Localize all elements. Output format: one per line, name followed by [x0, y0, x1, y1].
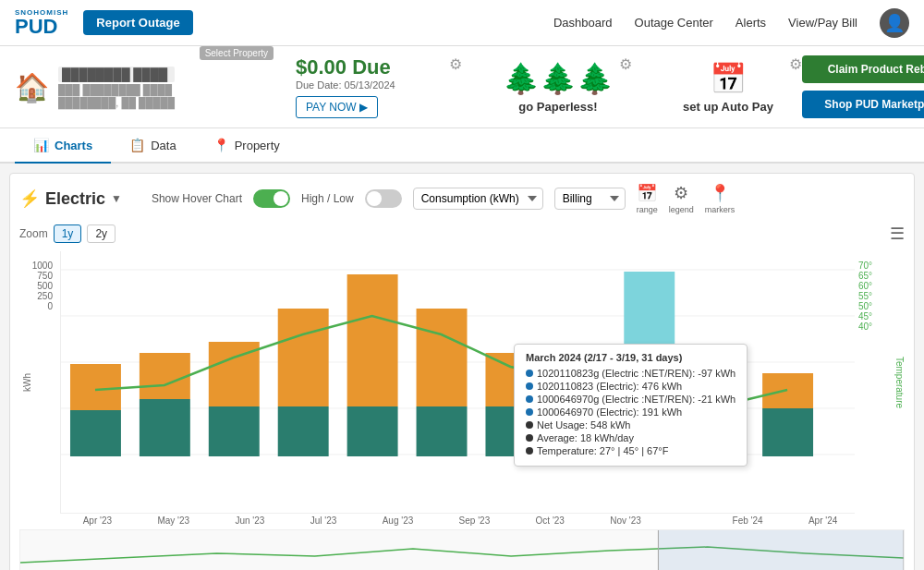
tabs: 📊 Charts 📋 Data 📍 Property	[0, 128, 924, 164]
paperless-gear-icon[interactable]: ⚙	[619, 55, 632, 73]
tooltip: March 2024 (2/17 - 3/19, 31 days) 102011…	[514, 344, 748, 467]
svg-rect-14	[417, 309, 468, 406]
high-low-toggle[interactable]	[365, 189, 402, 208]
select-property-badge[interactable]: Select Property	[200, 46, 274, 60]
y-right-60: 60°	[858, 281, 872, 291]
nav-dashboard[interactable]: Dashboard	[553, 16, 613, 30]
show-hover-chart-label: Show Hover Chart	[152, 192, 242, 205]
tooltip-text-6: Average: 18 kWh/day	[537, 432, 634, 443]
tooltip-row-4: 1000646970 (Electric): 191 kWh	[526, 406, 736, 418]
electric-dropdown-arrow[interactable]: ▼	[111, 192, 122, 205]
nav-links: Dashboard Outage Center Alerts View/Pay …	[553, 8, 909, 38]
pay-now-button[interactable]: PAY NOW ▶	[296, 96, 378, 118]
x-label-sep23: Sep '23	[459, 515, 491, 526]
nav-outage-center[interactable]: Outage Center	[635, 16, 713, 30]
tab-charts[interactable]: 📊 Charts	[15, 128, 111, 164]
x-label-jun23: Jun '23	[235, 515, 264, 526]
charts-icon: 📊	[33, 138, 49, 152]
tooltip-text-2: 1020110823 (Electric): 476 kWh	[537, 381, 682, 392]
tab-property[interactable]: 📍 Property	[195, 128, 298, 164]
y-right-50: 50°	[858, 301, 872, 311]
logo-name: PUD	[15, 17, 68, 37]
x-label-may23: May '23	[157, 515, 189, 526]
range-icon: 📅	[637, 183, 657, 203]
dashboard-panel: Select Property 🏠 ████████ ████ ███ ████…	[0, 46, 924, 128]
billing-block: ⚙ $0.00 Due Due Date: 05/13/2024 PAY NOW…	[296, 55, 462, 118]
svg-rect-24	[762, 373, 813, 408]
shop-marketplace-button[interactable]: Shop PUD Marketplace	[802, 91, 924, 118]
zoom-1y-button[interactable]: 1y	[54, 224, 82, 243]
x-label-feb24: Feb '24	[733, 515, 763, 526]
svg-rect-11	[347, 406, 398, 456]
svg-rect-13	[417, 406, 468, 456]
tooltip-dot-6	[526, 434, 533, 442]
user-avatar[interactable]: 👤	[880, 8, 909, 38]
y-right-55: 55°	[858, 291, 872, 301]
mini-chart-svg	[20, 530, 904, 570]
range-button[interactable]: 📅 range	[637, 183, 658, 214]
y-right-65: 65°	[858, 271, 872, 281]
chart-area: ⚡ Electric ▼ Show Hover Chart High / Low…	[9, 173, 915, 570]
tooltip-text-3: 1000646970g (Electric :NET/REN): -21 kWh	[537, 394, 736, 405]
svg-rect-10	[278, 309, 329, 406]
zoom-2y-button[interactable]: 2y	[87, 224, 116, 243]
svg-rect-25	[658, 530, 904, 570]
svg-rect-7	[209, 406, 260, 456]
x-axis: Apr '23 May '23 Jun '23 Jul '23 Aug '23 …	[19, 514, 905, 526]
svg-rect-5	[140, 399, 190, 456]
x-label-apr24: Apr '24	[808, 515, 837, 526]
hamburger-menu-icon[interactable]: ☰	[890, 224, 905, 244]
data-icon: 📋	[129, 138, 145, 152]
paperless-trees-icon: 🌲🌲🌲	[503, 61, 614, 96]
chart-controls: ⚡ Electric ▼ Show Hover Chart High / Low…	[19, 183, 905, 214]
autopay-label[interactable]: set up Auto Pay	[683, 100, 773, 114]
property-address-2: ████████, ██ █████	[58, 97, 175, 108]
nav-alerts[interactable]: Alerts	[736, 16, 766, 30]
paperless-label-text: go Paperless!	[518, 100, 597, 114]
paperless-label[interactable]: go Paperless!	[518, 100, 597, 114]
legend-button[interactable]: ⚙ legend	[669, 183, 694, 214]
top-nav: SNOHOMISH PUD Report Outage Dashboard Ou…	[0, 0, 924, 46]
tooltip-text-4: 1000646970 (Electric): 191 kWh	[537, 406, 682, 418]
billing-gear-icon[interactable]: ⚙	[449, 55, 462, 73]
property-address-1: ███ ████████ ████	[58, 84, 175, 95]
y-right-45: 45°	[858, 311, 872, 321]
y-axis-left: 1000 750 500 250 0	[19, 251, 56, 330]
chart-title-text: Electric	[45, 189, 105, 209]
bar-teal-apr23	[70, 410, 121, 456]
tab-data[interactable]: 📋 Data	[111, 128, 194, 164]
due-amount: $0.00 Due	[296, 55, 462, 79]
y-axis-kwh-label: kWh	[22, 373, 32, 392]
y-axis-left-container: kWh 1000 750 500 250 0	[19, 251, 60, 514]
y-label-500: 500	[37, 281, 53, 291]
tooltip-row-5: Net Usage: 548 kWh	[526, 419, 736, 431]
tooltip-text-7: Temperature: 27° | 45° | 67°F	[537, 445, 668, 456]
markers-label: markers	[705, 205, 736, 214]
nav-view-pay-bill[interactable]: View/Pay Bill	[788, 16, 857, 30]
claim-rebate-button[interactable]: Claim Product Rebate	[802, 55, 924, 83]
logo: SNOHOMISH PUD	[15, 8, 68, 37]
tooltip-row-7: Temperature: 27° | 45° | 67°F	[526, 445, 736, 456]
y-right-40: 40°	[858, 321, 872, 332]
x-label-jul23: Jul '23	[310, 515, 337, 526]
lightning-icon: ⚡	[19, 188, 40, 209]
bar-orange-apr23	[70, 364, 121, 410]
property-info: ████████ ████ ███ ████████ ████ ████████…	[58, 67, 175, 108]
y-right-70: 70°	[858, 261, 872, 271]
tooltip-dot-7	[526, 447, 533, 455]
zoom-label: Zoom	[19, 227, 48, 240]
svg-rect-23	[762, 408, 813, 456]
autopay-block: ⚙ 📅 set up Auto Pay	[654, 55, 802, 118]
chart-canvas: March 2024 (2/17 - 3/19, 31 days) 102011…	[60, 251, 855, 514]
autopay-gear-icon[interactable]: ⚙	[789, 55, 802, 73]
consumption-dropdown[interactable]: Consumption (kWh) Cost ($)	[413, 188, 543, 210]
markers-button[interactable]: 📍 markers	[705, 183, 736, 214]
hover-chart-toggle[interactable]	[253, 189, 290, 208]
billing-dropdown[interactable]: Billing Monthly Daily	[554, 188, 626, 210]
report-outage-button[interactable]: Report Outage	[83, 10, 192, 35]
legend-label: legend	[669, 205, 694, 214]
svg-rect-9	[278, 406, 329, 456]
property-icon: 📍	[213, 138, 229, 152]
autopay-bold-text: Auto Pay	[722, 100, 773, 114]
svg-rect-6	[140, 353, 190, 399]
